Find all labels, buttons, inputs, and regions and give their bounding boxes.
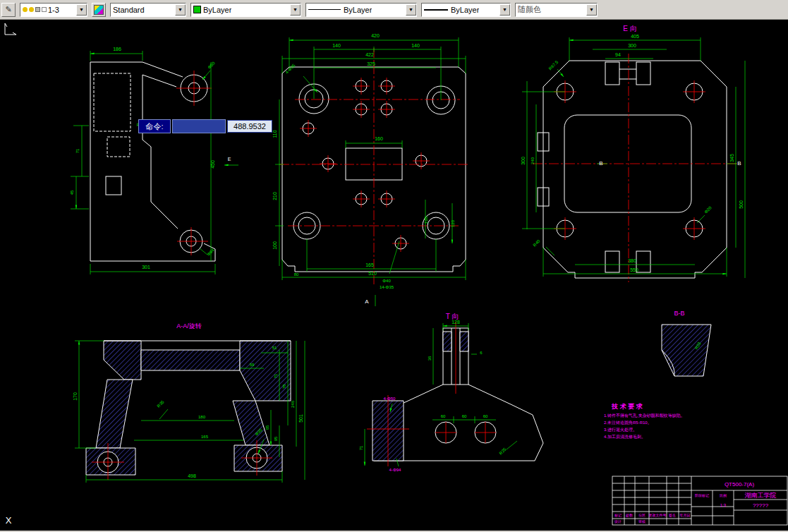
dwg-label: 420: [371, 33, 380, 38]
dwg-label: 51: [272, 346, 277, 350]
dwg-label: 510: [368, 271, 377, 276]
view-t: [365, 322, 543, 466]
dwg-label: 2.未注铸造圆角R5-R10。: [604, 420, 652, 425]
dwg-label: 501: [298, 414, 303, 423]
dwg-label: R40: [533, 238, 541, 247]
dwg-label: 160: [375, 136, 383, 141]
dwg-label: E 向: [623, 25, 636, 32]
view-section-aa: [75, 341, 305, 483]
dwg-label: 1.铸件不得有气孔,夹杂砂眼和裂纹等缺陷。: [604, 413, 685, 418]
dwg-label: 年月日: [680, 513, 691, 518]
draw-tool-button[interactable]: ✎: [1, 3, 16, 17]
dynamic-input-box[interactable]: [172, 119, 226, 133]
layer-properties-button[interactable]: [92, 3, 106, 17]
dwg-label: 比例: [720, 493, 727, 498]
dwg-label: 94: [615, 52, 621, 57]
layer-on-icon: [23, 7, 28, 12]
dwg-label: 405: [631, 34, 639, 39]
dwg-label: 550: [630, 267, 638, 272]
color-combo[interactable]: ByLayer ▼: [190, 3, 301, 17]
dwg-label: 240: [531, 157, 535, 164]
dwg-label: 45: [70, 190, 74, 195]
dwg-label: 3.进行退火处理。: [604, 427, 637, 433]
dwg-label: 阶段标记: [695, 493, 709, 498]
layer-thaw-icon: [29, 7, 34, 12]
layer-color-icon: [42, 7, 47, 12]
layer-combo-arrow-icon[interactable]: ▼: [76, 4, 87, 16]
dwg-label: 审核: [638, 519, 645, 524]
layer-lock-icon: [35, 7, 40, 12]
dwg-label: 165: [365, 262, 374, 267]
dwg-label: Φ40: [382, 279, 391, 283]
dwg-label: 技 术 要 求: [611, 403, 643, 410]
color-combo-value: ByLayer: [203, 6, 231, 14]
dwg-label: 60: [441, 414, 446, 418]
dwg-label: 100: [272, 241, 277, 250]
dwg-label: 签名: [669, 513, 676, 518]
dwg-label: 180: [198, 415, 206, 419]
dwg-label: R67.5: [548, 59, 559, 71]
dwg-label: 1:3: [720, 503, 727, 507]
dwg-label: B-B: [674, 310, 684, 317]
dwg-label: 422: [365, 52, 374, 57]
dwg-label: 71: [274, 373, 278, 378]
drawing-canvas[interactable]: .o{stroke:#fff;fill:none;stroke-width:1;…: [0, 20, 788, 532]
dwg-label: 分区: [638, 513, 645, 517]
lineweight-combo[interactable]: ByLayer ▼: [421, 3, 511, 17]
dwg-label: 更改文件号: [649, 513, 667, 517]
view-section-bb: [662, 325, 711, 376]
dwg-label: 165: [201, 435, 209, 439]
dwg-label: 450: [210, 160, 215, 169]
dwg-label: 4-Φ50: [384, 397, 396, 401]
dwg-label: 170: [73, 392, 78, 401]
title-block: [612, 476, 787, 525]
dwg-label: 246: [291, 400, 295, 408]
dwg-label: 301: [142, 265, 150, 270]
pencil-icon: ✎: [5, 5, 11, 14]
command-prompt-box: 命令:: [138, 119, 171, 133]
cad-application-window: { "toolbar": { "icons": { "pencil": "✎",…: [0, 0, 788, 532]
linetype-sample-icon: [308, 9, 341, 10]
dwg-label: 380: [628, 258, 636, 263]
dwg-label: 4-Φ35: [285, 63, 297, 75]
dwg-label: 128: [451, 320, 460, 325]
dwg-label: 设计: [614, 519, 622, 524]
style-combo[interactable]: Standard ▼: [110, 3, 186, 17]
dwg-label: Φ50: [207, 61, 216, 70]
dwg-label: 110: [272, 130, 277, 138]
layer-combo-value: 1-3: [48, 6, 59, 14]
dwg-label: 59: [250, 363, 255, 367]
plotstyle-combo-value: 随颜色: [518, 4, 541, 15]
dwg-label: B: [737, 160, 741, 167]
dwg-label: 71: [75, 148, 80, 153]
dwg-label: 6: [480, 351, 483, 355]
style-combo-arrow-icon[interactable]: ▼: [175, 4, 186, 16]
dwg-label: 78: [282, 384, 286, 389]
lineweight-combo-arrow-icon[interactable]: ▼: [499, 4, 510, 16]
dwg-label: A: [365, 298, 369, 305]
linetype-combo-value: ByLayer: [344, 6, 372, 14]
coordinate-tooltip: 488.9532: [227, 120, 272, 133]
linetype-combo-arrow-icon[interactable]: ▼: [406, 4, 416, 16]
dwg-label: 95: [274, 436, 278, 441]
layers-icon: [94, 5, 104, 15]
dwg-label: 标记: [614, 513, 622, 518]
dwg-label: 345: [729, 154, 734, 162]
dwg-label: 210: [272, 192, 277, 200]
dwg-label: B: [599, 160, 602, 167]
plotstyle-combo[interactable]: 随颜色 ▼: [515, 3, 598, 17]
dwg-label: Φ20: [703, 205, 713, 214]
plotstyle-combo-arrow-icon[interactable]: ▼: [586, 4, 597, 16]
color-combo-arrow-icon[interactable]: ▼: [290, 4, 301, 16]
dwg-label: 140: [411, 43, 420, 48]
layer-combo[interactable]: 1-3 ▼: [20, 3, 87, 17]
color-swatch-icon: [193, 6, 201, 13]
dwg-label: 处数: [626, 513, 633, 518]
dwg-label: 186: [113, 47, 121, 52]
dwg-label: X: [6, 515, 12, 526]
view-left-side: [71, 51, 215, 274]
dwg-label: R35: [157, 399, 165, 408]
dwg-label: 498: [188, 473, 196, 478]
dwg-label: A-A/旋转: [176, 322, 202, 330]
linetype-combo[interactable]: ByLayer ▼: [305, 3, 417, 17]
